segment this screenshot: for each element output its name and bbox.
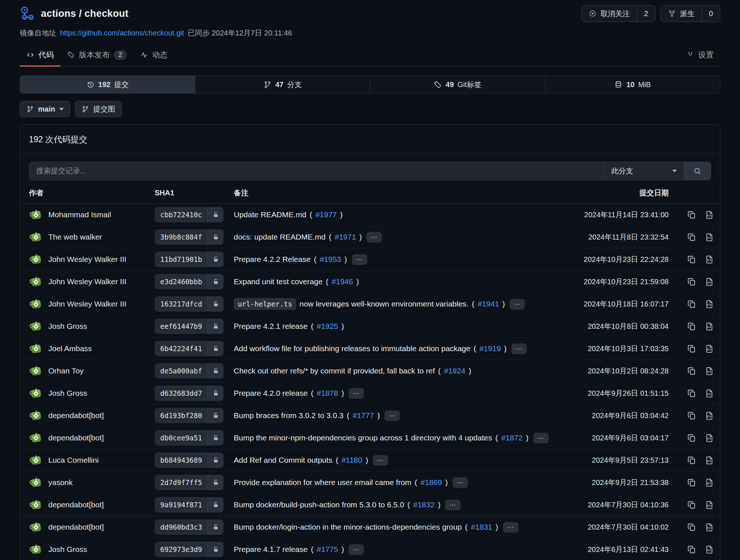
- copy-sha-button[interactable]: [687, 277, 696, 287]
- issue-link[interactable]: #1775: [317, 545, 338, 554]
- expand-commit-button[interactable]: ⋯: [503, 522, 518, 533]
- commit-sha-badge[interactable]: d632683dd7: [155, 386, 223, 401]
- view-file-at-commit-button[interactable]: [704, 255, 714, 264]
- avatar[interactable]: [29, 252, 43, 266]
- expand-commit-button[interactable]: ⋯: [349, 544, 364, 555]
- issue-link[interactable]: #1941: [478, 300, 499, 308]
- view-file-at-commit-button[interactable]: [704, 478, 714, 488]
- copy-sha-button[interactable]: [687, 299, 696, 309]
- copy-sha-button[interactable]: [687, 500, 696, 510]
- issue-link[interactable]: #1925: [317, 322, 338, 331]
- commit-message[interactable]: Prepare 4.2.0 release: [234, 389, 308, 398]
- stat-size[interactable]: 10 MiB: [545, 76, 720, 93]
- issue-link[interactable]: #1832: [413, 500, 435, 509]
- expand-commit-button[interactable]: ⋯: [533, 433, 549, 443]
- avatar[interactable]: [29, 297, 43, 311]
- author-name[interactable]: dependabot[bot]: [48, 500, 104, 509]
- avatar[interactable]: [29, 542, 43, 556]
- view-file-at-commit-button[interactable]: [704, 299, 714, 309]
- avatar[interactable]: [29, 364, 43, 378]
- commit-sha-badge[interactable]: eef61447b9: [155, 319, 223, 334]
- branch-selector[interactable]: main: [20, 101, 70, 117]
- fork-button-group[interactable]: 派生 0: [661, 5, 720, 22]
- avatar[interactable]: [29, 319, 43, 333]
- view-file-at-commit-button[interactable]: [704, 322, 714, 331]
- stat-tags[interactable]: 49 Git标签: [370, 76, 545, 93]
- avatar[interactable]: [29, 386, 43, 400]
- commit-message[interactable]: docs: update README.md: [234, 233, 326, 241]
- tab-releases[interactable]: 版本发布 2: [60, 47, 134, 67]
- commit-sha-badge[interactable]: 163217dfcd: [155, 296, 223, 312]
- commit-message[interactable]: Check out other refs/* by commit if prov…: [234, 367, 435, 375]
- commit-message[interactable]: Prepare 4.2.1 release: [234, 322, 308, 331]
- commit-message[interactable]: Add Ref and Commit outputs: [234, 456, 333, 465]
- fork-button[interactable]: 派生: [661, 5, 702, 22]
- author-name[interactable]: Mohammad Ismail: [48, 210, 111, 219]
- view-file-at-commit-button[interactable]: [704, 210, 714, 220]
- tab-activity[interactable]: 动态: [134, 47, 174, 67]
- mirror-url-link[interactable]: https://github.com/actions/checkout.git: [60, 29, 184, 37]
- expand-commit-button[interactable]: ⋯: [445, 500, 461, 510]
- commit-sha-badge[interactable]: 6d193bf280: [155, 408, 223, 423]
- expand-commit-button[interactable]: ⋯: [373, 455, 388, 466]
- avatar[interactable]: [29, 409, 43, 422]
- branch-filter-dropdown[interactable]: 此分支: [604, 162, 684, 180]
- commit-sha-badge[interactable]: 9a9194f871: [155, 497, 223, 512]
- issue-link[interactable]: #1924: [444, 367, 465, 375]
- author-name[interactable]: Josh Gross: [48, 545, 87, 554]
- author-name[interactable]: dependabot[bot]: [48, 411, 104, 420]
- issue-link[interactable]: #1946: [332, 277, 353, 286]
- commit-message[interactable]: Bump braces from 3.0.2 to 3.0.3: [234, 411, 343, 420]
- author-name[interactable]: Josh Gross: [48, 322, 87, 331]
- expand-commit-button[interactable]: ⋯: [452, 477, 468, 488]
- author-name[interactable]: Joel Ambass: [48, 344, 92, 353]
- issue-link[interactable]: #1971: [335, 233, 356, 241]
- expand-commit-button[interactable]: ⋯: [352, 254, 367, 265]
- issue-link[interactable]: #1878: [317, 389, 338, 398]
- view-file-at-commit-button[interactable]: [704, 545, 714, 555]
- commit-message[interactable]: Add workflow file for publishing release…: [234, 344, 470, 353]
- issue-link[interactable]: #1872: [501, 433, 522, 442]
- view-file-at-commit-button[interactable]: [704, 433, 714, 443]
- expand-commit-button[interactable]: ⋯: [510, 299, 525, 309]
- author-name[interactable]: Luca Comellini: [48, 456, 99, 465]
- author-name[interactable]: John Wesley Walker III: [48, 277, 127, 286]
- copy-sha-button[interactable]: [687, 411, 696, 421]
- avatar[interactable]: [29, 498, 43, 512]
- commit-sha-badge[interactable]: de5a000abf: [155, 363, 223, 379]
- search-button[interactable]: [684, 162, 711, 180]
- issue-link[interactable]: #1919: [480, 344, 501, 353]
- avatar[interactable]: [29, 520, 43, 534]
- avatar[interactable]: [29, 275, 43, 289]
- view-file-at-commit-button[interactable]: [704, 411, 714, 421]
- avatar[interactable]: [29, 208, 43, 222]
- avatar[interactable]: [29, 342, 43, 356]
- commit-message[interactable]: Bump docker/build-push-action from 5.3.0…: [234, 500, 404, 509]
- stat-branches[interactable]: 47 分支: [195, 76, 370, 93]
- copy-sha-button[interactable]: [687, 478, 696, 488]
- copy-sha-button[interactable]: [687, 232, 696, 242]
- issue-link[interactable]: #1953: [320, 255, 341, 264]
- commit-graph-button[interactable]: 提交图: [75, 101, 122, 117]
- commit-sha-badge[interactable]: b684943689: [155, 452, 223, 468]
- expand-commit-button[interactable]: ⋯: [349, 388, 364, 399]
- copy-sha-button[interactable]: [687, 210, 696, 220]
- expand-commit-button[interactable]: ⋯: [511, 343, 527, 354]
- commit-sha-badge[interactable]: db0cee9a51: [155, 430, 223, 446]
- copy-sha-button[interactable]: [687, 433, 696, 443]
- unwatch-button[interactable]: 取消关注: [582, 5, 637, 22]
- issue-link[interactable]: #1977: [315, 210, 337, 219]
- view-file-at-commit-button[interactable]: [704, 232, 714, 242]
- commit-sha-badge[interactable]: e3d2460bbb: [155, 274, 223, 289]
- view-file-at-commit-button[interactable]: [704, 277, 714, 287]
- copy-sha-button[interactable]: [687, 255, 696, 264]
- avatar[interactable]: [29, 476, 43, 489]
- commit-sha-badge[interactable]: 2d7d9f7ff5: [155, 475, 223, 490]
- author-name[interactable]: Orhan Toy: [48, 367, 84, 375]
- copy-sha-button[interactable]: [687, 388, 696, 398]
- commit-sha-badge[interactable]: 11bd71901b: [155, 252, 223, 267]
- author-name[interactable]: yasonk: [48, 478, 73, 487]
- issue-link[interactable]: #1869: [421, 478, 442, 487]
- issue-link[interactable]: #1831: [471, 523, 492, 531]
- author-name[interactable]: Josh Gross: [48, 389, 87, 398]
